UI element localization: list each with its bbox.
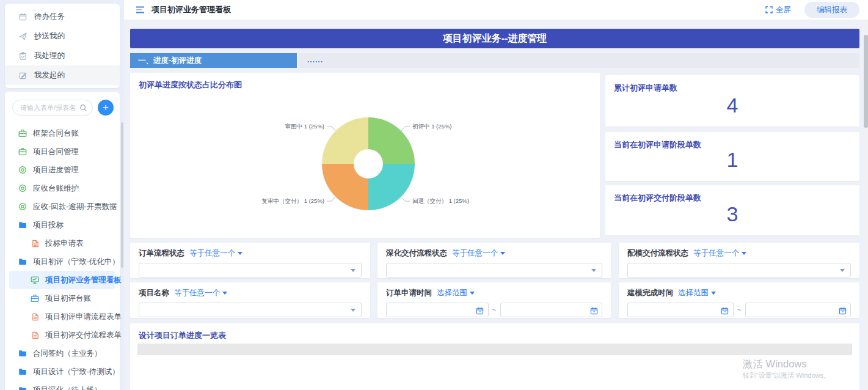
sidebar-item-cc-to-me[interactable]: 抄送我的	[5, 26, 120, 46]
tree-item-label: 项目设计（宁致-待测试）	[33, 367, 120, 377]
tree-item-initial-eval-delivery-form[interactable]: 项目初评交付流程表单	[5, 326, 120, 344]
chevron-down-icon	[500, 252, 505, 255]
order-apply-end-date-input[interactable]	[500, 303, 603, 317]
add-button[interactable]: +	[98, 100, 114, 116]
stat-card-in-application-stage: 当前在初评申请阶段单数 1	[605, 132, 859, 181]
mold-delivery-status-select[interactable]	[627, 263, 851, 278]
folder-icon	[18, 386, 27, 390]
pie-chart-card: 初评单进度按状态占比分布图 初评中 1 (25%) 审图中 1 (25%) 回退…	[130, 73, 600, 238]
tree-item-bid-application-form[interactable]: 投标申请表	[5, 234, 120, 252]
filter-condition-dropdown[interactable]: 等于任意一个	[189, 248, 243, 259]
folder-icon	[18, 221, 27, 229]
date-range-separator: ~	[492, 306, 497, 314]
modeling-end-date-input[interactable]	[745, 303, 852, 317]
filter-condition-label: 选择范围	[678, 288, 709, 298]
filter-condition-label: 选择范围	[437, 288, 467, 298]
tree-item-initial-eval-folder[interactable]: 项目初评（宁致-优化中）	[5, 252, 120, 271]
filter-condition-label: 等于任意一个	[174, 288, 220, 298]
tree-item-receivable-ledger[interactable]: 应收台账维护	[5, 179, 120, 197]
filter-condition-label: 等于任意一个	[189, 248, 235, 259]
stat-value: 4	[605, 94, 859, 117]
chevron-down-icon	[238, 252, 243, 255]
briefcase-icon	[31, 294, 39, 303]
tree-item-project-contract-mgmt[interactable]: 项目合同管理	[5, 142, 120, 161]
fullscreen-icon	[765, 6, 773, 13]
tree-item-initial-eval-ledger[interactable]: 项目初评台账	[5, 289, 120, 307]
stat-title: 累计初评申请单数	[614, 83, 677, 94]
chevron-down-icon	[351, 309, 356, 312]
tree-item-label: 应收台账维护	[33, 183, 79, 194]
tree-item-receivable-data[interactable]: 应收-回款-逾期-开票数据	[5, 197, 120, 216]
tree-item-frame-contract-ledger[interactable]: 框架合同台账	[5, 124, 120, 142]
modeling-start-date-input[interactable]	[627, 303, 734, 317]
briefcase-icon	[18, 147, 27, 156]
folder-icon	[18, 257, 27, 266]
sidebar-item-handled-by-me[interactable]: 我处理的	[5, 46, 120, 65]
chevron-down-icon	[591, 269, 596, 272]
tree-item-project-progress-mgmt[interactable]: 项目进度管理	[5, 161, 120, 179]
file-icon	[31, 312, 39, 321]
filter-label: 深化交付流程状态	[386, 248, 447, 259]
main-region: 项目初评业务管理看板 全屏 编辑报表 项目初评业务--进度管理 一、进度-初评进…	[124, 0, 868, 390]
target-icon	[18, 166, 27, 174]
sidebar-item-label: 抄送我的	[34, 31, 65, 42]
filter-label: 建模完成时间	[627, 288, 673, 298]
edit-doc-icon	[18, 71, 27, 79]
filter-condition-dropdown[interactable]: 选择范围	[437, 288, 475, 298]
tree-item-initial-eval-dashboard[interactable]: 项目初评业务管理看板	[9, 271, 115, 289]
search-row: +	[5, 92, 120, 120]
project-name-select[interactable]	[139, 303, 362, 317]
sidebar-item-label: 待办任务	[34, 12, 65, 22]
tree-item-label: 框架合同台账	[33, 128, 79, 139]
main-scrollbar-thumb[interactable]	[864, 35, 868, 128]
pie-label-drawing-review: 审图中 1 (25%)	[285, 123, 324, 130]
tree-item-label: 项目投标	[33, 220, 64, 230]
calendar-icon	[476, 306, 484, 315]
collapse-menu-icon[interactable]	[136, 6, 146, 13]
fullscreen-button[interactable]: 全屏	[765, 5, 791, 15]
date-range-separator: ~	[737, 306, 742, 314]
tab-progress-initial-eval[interactable]: 一、进度-初评进度	[130, 53, 297, 68]
tree-item-clipped-last[interactable]: 项目深化（待上线）	[5, 381, 120, 390]
tree-item-project-design[interactable]: 项目设计（宁致-待测试）	[5, 362, 120, 381]
donut-chart[interactable]	[322, 117, 415, 210]
filter-condition-dropdown[interactable]: 等于任意一个	[452, 248, 505, 259]
filter-label: 配模交付流程状态	[627, 248, 688, 259]
filter-condition-dropdown[interactable]: 等于任意一个	[174, 288, 227, 298]
filter-order-apply-time: 订单申请时间 选择范围 ~	[377, 282, 611, 318]
page-title: 项目初评业务管理看板	[151, 4, 231, 15]
stat-value: 3	[605, 202, 859, 226]
pie-chart-title: 初评单进度按状态占比分布图	[139, 79, 242, 90]
tab-more[interactable]: ......	[299, 53, 859, 68]
tree-item-contract-signing[interactable]: 合同签约（主业务）	[5, 344, 120, 362]
edit-report-button[interactable]: 编辑报表	[804, 2, 859, 18]
filter-project-name: 项目名称 等于任意一个	[130, 282, 370, 318]
tree-item-initial-eval-apply-form[interactable]: 项目初评申请流程表单	[5, 307, 120, 326]
deepen-delivery-status-select[interactable]	[386, 263, 602, 278]
fullscreen-label: 全屏	[776, 5, 791, 15]
windows-activation-watermark: 激活 Windows	[743, 358, 807, 371]
filter-label: 项目名称	[139, 288, 169, 298]
tree-item-label: 投标申请表	[45, 238, 84, 249]
filter-mold-delivery-status: 配模交付流程状态 等于任意一个	[619, 243, 859, 278]
main-scrollbar-track[interactable]	[864, 21, 868, 390]
sidebar: 待办任务 抄送我的 我处理的 我发起的 + 框架合同台账	[0, 0, 124, 390]
tree-item-project-bidding[interactable]: 项目投标	[5, 216, 120, 234]
sidebar-item-todo-tasks[interactable]: 待办任务	[5, 7, 120, 26]
search-box	[12, 100, 93, 116]
sidebar-item-initiated-by-me[interactable]: 我发起的	[5, 65, 120, 85]
filter-order-flow-status: 订单流程状态 等于任意一个	[130, 243, 370, 278]
folder-icon	[18, 349, 27, 358]
folder-icon	[18, 367, 27, 376]
tree-item-label: 项目初评（宁致-优化中）	[33, 257, 120, 267]
search-icon[interactable]	[79, 103, 87, 112]
filter-label: 订单流程状态	[139, 248, 184, 259]
sidebar-scrollbar-thumb[interactable]	[121, 122, 123, 268]
briefcase-icon	[18, 129, 27, 138]
pie-label-evaluating: 初评中 1 (25%)	[412, 123, 451, 130]
order-apply-start-date-input[interactable]	[386, 303, 489, 317]
chevron-down-icon	[351, 269, 356, 272]
filter-condition-dropdown[interactable]: 选择范围	[678, 288, 716, 298]
order-flow-status-select[interactable]	[139, 263, 362, 278]
filter-condition-dropdown[interactable]: 等于任意一个	[693, 248, 746, 259]
